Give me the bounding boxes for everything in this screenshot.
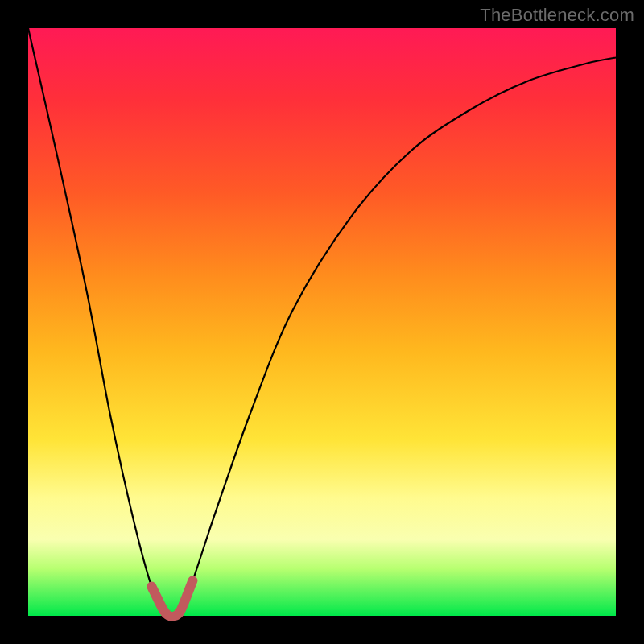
bottleneck-curve bbox=[28, 28, 616, 617]
optimal-region-marker bbox=[151, 580, 192, 617]
watermark-text: TheBottleneck.com bbox=[480, 5, 634, 26]
curve-svg bbox=[28, 28, 616, 616]
plot-area bbox=[28, 28, 616, 616]
chart-frame: TheBottleneck.com bbox=[0, 0, 644, 644]
